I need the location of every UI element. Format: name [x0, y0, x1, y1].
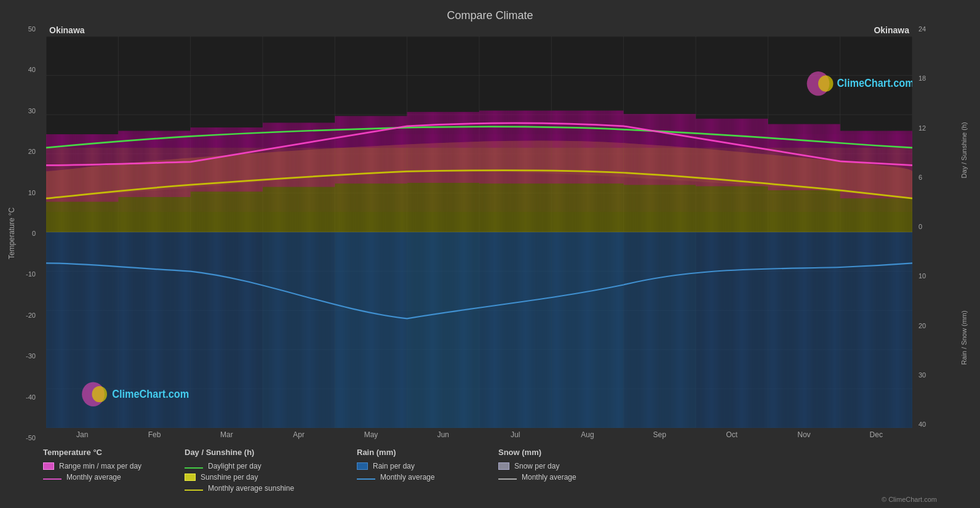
x-label-feb: Feb	[118, 430, 190, 439]
legend-label-snow-avg: Monthly average	[522, 473, 576, 482]
chart-title: Compare Climate	[6, 6, 974, 22]
legend-label-daylight: Daylight per day	[208, 462, 261, 470]
legend-swatch-sunshine	[185, 474, 196, 481]
location-labels-row: Okinawa Okinawa	[46, 25, 912, 36]
chart-area: Temperature °C 50 40 30 20 10 0 -10 -20 …	[6, 25, 974, 441]
right-label-bottom: Rain / Snow (mm)	[960, 254, 968, 421]
location-label-left: Okinawa	[49, 25, 85, 35]
x-label-oct: Oct	[696, 430, 768, 439]
legend-line-rain-avg	[357, 478, 375, 480]
legend-line-snow-avg	[498, 478, 517, 480]
right-axis-labels: Day / Sunshine (h) Rain / Snow (mm)	[943, 25, 971, 441]
svg-rect-66	[46, 148, 912, 232]
x-label-sep: Sep	[624, 430, 696, 439]
left-y-axis-container: Temperature °C 50 40 30 20 10 0 -10 -20 …	[6, 25, 46, 441]
legend-item-temp-range: Range min / max per day	[43, 462, 166, 470]
legend-label-rain-avg: Monthly average	[380, 473, 435, 482]
legend-group-snow: Snow (mm) Snow per day Monthly average	[498, 448, 621, 493]
legend-title-temperature: Temperature °C	[43, 448, 166, 457]
right-axis-1: 24 18 12 6 0 10 20 30 40	[912, 25, 943, 441]
legend-label-temp-avg: Monthly average	[66, 473, 121, 482]
page-container: Compare Climate Temperature °C 50 40 30 …	[0, 0, 980, 508]
x-label-jul: Jul	[479, 430, 551, 439]
x-label-jun: Jun	[407, 430, 479, 439]
copyright: © ClimeChart.com	[6, 496, 974, 505]
location-label-right: Okinawa	[874, 25, 909, 35]
legend-item-rain-avg: Monthly average	[357, 473, 480, 482]
legend-label-snow-per-day: Snow per day	[514, 462, 559, 470]
legend-line-daylight	[185, 467, 203, 469]
chart-main-area: Okinawa Okinawa	[46, 25, 912, 441]
legend-item-rain-per-day: Rain per day	[357, 462, 480, 470]
svg-text:ClimeChart.com: ClimeChart.com	[112, 388, 189, 400]
right-label-top: Day / Sunshine (h)	[960, 67, 968, 233]
legend-group-temperature: Temperature °C Range min / max per day M…	[43, 448, 166, 493]
legend-group-sunshine: Day / Sunshine (h) Daylight per day Suns…	[185, 448, 338, 493]
legend-item-sunshine-avg: Monthly average sunshine	[185, 484, 338, 493]
legend-swatch-rain	[357, 462, 368, 470]
chart-svg-container: /* simulated with pattern */	[46, 36, 912, 428]
legend-title-sunshine: Day / Sunshine (h)	[185, 448, 338, 457]
climate-chart-svg: /* simulated with pattern */	[46, 36, 912, 428]
right-axes: 24 18 12 6 0 10 20 30 40 Day / Sunshine …	[912, 25, 974, 441]
legend-item-snow-avg: Monthly average	[498, 473, 621, 482]
legend-label-rain-per-day: Rain per day	[373, 462, 415, 470]
legend-item-snow-per-day: Snow per day	[498, 462, 621, 470]
x-label-mar: Mar	[191, 430, 263, 439]
legend-label-sunshine-per-day: Sunshine per day	[201, 473, 258, 482]
legend-line-sunshine-avg	[185, 490, 203, 491]
legend-swatch-snow	[498, 462, 509, 470]
legend-label-sunshine-avg: Monthly average sunshine	[208, 484, 294, 493]
right-top-ticks: 24 18 12 6 0 10 20 30 40	[912, 25, 943, 428]
legend-group-rain: Rain (mm) Rain per day Monthly average	[357, 448, 480, 493]
left-y-ticks: 50 40 30 20 10 0 -10 -20 -30 -40 -50	[17, 25, 39, 441]
x-label-may: May	[335, 430, 407, 439]
legend-item-daylight: Daylight per day	[185, 462, 338, 470]
x-label-jan: Jan	[46, 430, 118, 439]
x-label-nov: Nov	[768, 430, 840, 439]
legend-title-snow: Snow (mm)	[498, 448, 621, 457]
legend-item-temp-avg: Monthly average	[43, 473, 166, 482]
svg-point-68	[92, 386, 106, 402]
legend-item-sunshine-per-day: Sunshine per day	[185, 473, 338, 482]
x-label-apr: Apr	[263, 430, 335, 439]
svg-point-71	[818, 76, 833, 92]
legend-label-temp-range: Range min / max per day	[59, 462, 141, 470]
legend-swatch-temp-range	[43, 462, 54, 470]
x-label-dec: Dec	[840, 430, 912, 439]
legend-area: Temperature °C Range min / max per day M…	[6, 441, 974, 496]
x-label-aug: Aug	[551, 430, 623, 439]
x-axis: Jan Feb Mar Apr May Jun Jul Aug Sep Oct …	[46, 428, 912, 441]
legend-title-rain: Rain (mm)	[357, 448, 480, 457]
left-y-label: Temperature °C	[6, 25, 17, 441]
svg-text:ClimeChart.com: ClimeChart.com	[837, 78, 912, 90]
legend-line-temp-avg	[43, 478, 62, 480]
